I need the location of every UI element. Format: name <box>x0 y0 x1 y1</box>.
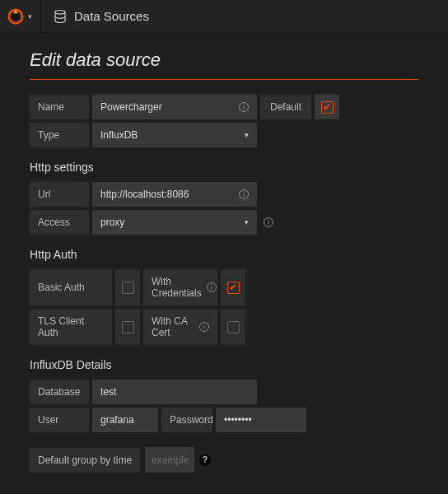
default-checkbox-cell[interactable]: ✔ <box>315 95 339 119</box>
grafana-logo-icon <box>7 7 25 26</box>
type-label: Type <box>30 123 89 147</box>
with-credentials-label: With Credentials i <box>143 269 217 305</box>
info-icon[interactable]: i <box>199 322 209 332</box>
type-value: InfluxDB <box>100 129 138 141</box>
breadcrumb-text: Data Sources <box>74 9 149 23</box>
basic-auth-label: Basic Auth <box>30 269 112 305</box>
user-input-wrap <box>92 408 158 432</box>
page-title: Edit data source <box>30 49 418 71</box>
database-icon <box>53 9 68 24</box>
svg-point-2 <box>55 10 65 14</box>
database-label: Database <box>30 380 89 404</box>
app-menu[interactable]: ▾ <box>7 0 41 32</box>
page-content: Edit data source Name i Default ✔ Type I… <box>0 33 448 494</box>
info-icon[interactable]: i <box>239 102 249 112</box>
groupby-input-wrap <box>145 447 194 473</box>
check-icon: ✔ <box>229 282 237 292</box>
password-input-wrap <box>216 408 306 432</box>
password-label: Password <box>161 408 212 432</box>
password-input[interactable] <box>224 414 298 426</box>
info-icon[interactable]: i <box>207 282 217 292</box>
default-checkbox: ✔ <box>321 101 334 114</box>
name-label: Name <box>30 95 89 119</box>
ca-cert-checkbox[interactable] <box>221 309 245 345</box>
ca-cert-label: With CA Cert i <box>143 309 217 345</box>
database-input[interactable] <box>100 386 249 398</box>
chevron-down-icon: ▾ <box>28 12 32 21</box>
svg-point-1 <box>12 12 19 19</box>
name-input-wrap: i <box>92 95 257 119</box>
chevron-down-icon: ▾ <box>245 218 249 226</box>
type-select[interactable]: InfluxDB ▾ <box>92 123 257 147</box>
check-icon: ✔ <box>323 102 331 112</box>
tls-auth-checkbox[interactable] <box>115 309 140 345</box>
access-info[interactable]: i <box>260 210 277 235</box>
topbar: ▾ Data Sources <box>0 0 448 33</box>
database-input-wrap <box>92 380 257 404</box>
http-settings-heading: Http settings <box>30 161 418 174</box>
http-auth-heading: Http Auth <box>30 248 418 261</box>
access-value: proxy <box>100 217 124 228</box>
divider <box>30 79 418 80</box>
groupby-input[interactable] <box>152 454 188 466</box>
access-label: Access <box>30 210 89 235</box>
basic-auth-checkbox[interactable] <box>115 269 140 305</box>
default-label: Default <box>260 95 311 119</box>
name-input[interactable] <box>100 101 234 113</box>
info-icon[interactable]: i <box>239 189 249 199</box>
url-label: Url <box>30 182 89 207</box>
groupby-label: Default group by time <box>30 448 140 473</box>
help-icon[interactable]: ? <box>199 454 211 466</box>
info-icon: i <box>264 217 273 227</box>
url-input-wrap: i <box>92 182 257 207</box>
url-input[interactable] <box>100 189 234 200</box>
with-credentials-checkbox[interactable]: ✔ <box>221 269 245 305</box>
user-input[interactable] <box>100 414 150 426</box>
chevron-down-icon: ▾ <box>245 131 249 139</box>
breadcrumb[interactable]: Data Sources <box>41 9 149 24</box>
influx-details-heading: InfluxDB Details <box>30 358 418 371</box>
user-label: User <box>30 408 89 432</box>
tls-auth-label: TLS Client Auth <box>30 309 112 345</box>
access-select[interactable]: proxy ▾ <box>92 210 257 235</box>
